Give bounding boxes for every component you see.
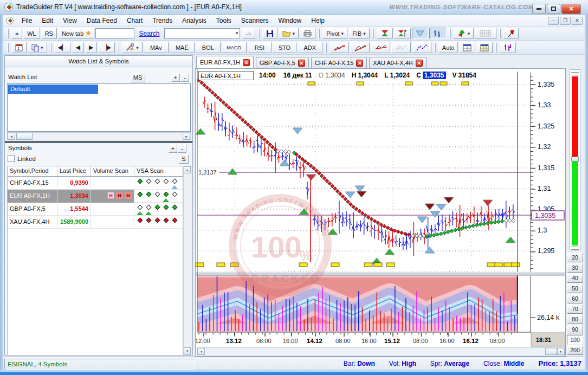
menu-window[interactable]: Window [274, 16, 307, 25]
copy-chart-button[interactable]: ▾ [28, 42, 47, 53]
price-chart[interactable]: 1,3351,331,3251,321,3151,311,3051,31,295… [196, 69, 565, 356]
tab-eur[interactable]: EUR A0-FX,1H✕ [196, 56, 254, 68]
nav-next-button[interactable]: ▶ [85, 42, 97, 53]
zoom-90-button[interactable]: 90 [567, 325, 583, 334]
zigzag-button[interactable] [412, 42, 431, 53]
wl-button[interactable]: WL [23, 28, 40, 39]
print-button[interactable] [300, 28, 315, 39]
chart-hscrollbar[interactable]: ◂ ▸ [197, 347, 565, 355]
sto-button[interactable]: STO [273, 42, 296, 53]
scroll-right-icon[interactable]: ▸ [183, 133, 190, 140]
panel-splitter[interactable] [5, 141, 192, 143]
scroll-up-icon[interactable]: ▴ [184, 166, 191, 173]
minimize-button[interactable] [532, 4, 546, 14]
zoom-30-button[interactable]: 30 [567, 263, 583, 273]
toolbar-grip[interactable] [499, 29, 501, 38]
maximize-button[interactable] [547, 4, 560, 14]
scroll-left-icon[interactable]: ◂ [197, 348, 205, 355]
macd-button[interactable]: MACD [222, 42, 247, 53]
symbol-remove-button[interactable]: - [178, 144, 186, 153]
watchlist-add-button[interactable]: + [171, 73, 180, 82]
menu-tools[interactable]: Tools [211, 16, 236, 25]
table-data-button[interactable] [476, 42, 493, 53]
watchlist-remove-button[interactable]: - [180, 73, 189, 82]
menu-scanners[interactable]: Scanners [236, 16, 274, 25]
symbols-vscrollbar[interactable]: ▴ ▾ [183, 166, 191, 355]
table-view-button[interactable] [459, 42, 475, 53]
pivot-button[interactable]: Pivot▾ [322, 28, 347, 39]
zoom-50-button[interactable]: 50 [567, 283, 583, 293]
table-row[interactable]: CHF A0-FX,15 0,9390 [8, 177, 183, 190]
chart-symbol-box[interactable] [198, 71, 254, 80]
slider-grip[interactable] [571, 72, 579, 75]
app-menu-icon[interactable] [6, 17, 14, 24]
fib-button[interactable]: FIB▾ [348, 28, 370, 39]
vsa-bars-button[interactable] [500, 42, 516, 53]
mdi-close-button[interactable]: ✕ [572, 17, 583, 25]
chart-area[interactable]: 1,3351,331,3251,321,3151,311,3051,31,295… [195, 68, 566, 357]
toolbar-grip[interactable] [449, 29, 451, 38]
search-combobox[interactable]: ▾ [164, 28, 240, 38]
menu-help[interactable]: Help [306, 16, 329, 25]
mdi-minimize-button[interactable]: — [548, 17, 559, 25]
linked-checkbox[interactable] [8, 155, 15, 162]
table-row[interactable]: XAU A0-FX,4H 1589,9000 [8, 216, 183, 229]
scroll-left-icon[interactable]: ◂ [8, 133, 15, 140]
scan-tools-button[interactable]: ▾ [122, 42, 143, 53]
tab-close-icon[interactable]: ✕ [298, 60, 305, 67]
tab-close-icon[interactable]: ✕ [243, 59, 250, 66]
pin-button[interactable] [503, 28, 519, 39]
menu-edit[interactable]: Edit [37, 16, 58, 25]
title-bar[interactable]: TradeGuider RT V4 [ www.traiding-softwar… [0, 0, 588, 15]
toolbar-grip[interactable] [372, 29, 374, 38]
close-button[interactable]: ✕ [561, 4, 581, 14]
zoom-60-button[interactable]: 60 [567, 294, 583, 303]
scrollbar-thumb[interactable] [545, 348, 557, 355]
zoom-100-button[interactable]: 100 [567, 335, 583, 345]
toolbar-grip[interactable] [7, 43, 9, 53]
scroll-right-icon[interactable]: ▸ [557, 348, 565, 355]
toolbar-grip[interactable] [258, 29, 260, 38]
save-button[interactable] [262, 28, 277, 39]
menu-view[interactable]: View [58, 16, 82, 25]
zoom-200-button[interactable]: 200 [567, 345, 583, 355]
grid-compare-button[interactable] [475, 28, 496, 39]
trend-up-button[interactable] [329, 42, 349, 53]
zoom-20-button[interactable]: 20 [567, 253, 583, 262]
rs-button[interactable]: RS [41, 28, 57, 39]
table-row-selected[interactable]: EUR A0-FX,1H 1,3034 HHH [8, 190, 183, 203]
watch-list-item-default[interactable]: Default [8, 85, 98, 94]
zoom-80-button[interactable]: 80 [567, 314, 583, 324]
toolbar-grip[interactable] [325, 43, 327, 53]
mdi-restore-button[interactable]: ❐ [560, 17, 571, 25]
toolbar-grip[interactable] [118, 43, 119, 53]
zoom-40-button[interactable]: 40 [567, 273, 583, 283]
mav-button[interactable]: MAv [144, 42, 169, 53]
watchlist-hscrollbar[interactable]: ◂ ▸ [7, 132, 191, 140]
trend-flat-button[interactable] [371, 42, 390, 53]
symbol-add-button[interactable]: + [169, 144, 177, 153]
diamond-marker-button[interactable]: ▾ [454, 28, 474, 39]
menu-chart[interactable]: Chart [122, 16, 147, 25]
search-link[interactable]: Search [139, 30, 159, 37]
col-vsa-scan[interactable]: VSA Scan [134, 166, 183, 176]
collapse-button[interactable]: « [11, 28, 22, 39]
panel-header[interactable]: Watch List & Symbols [5, 56, 192, 67]
scrollbar-thumb[interactable] [16, 133, 33, 140]
slider-thumb[interactable] [571, 157, 579, 161]
mae-button[interactable]: MAE [170, 42, 195, 53]
toolbar-grip[interactable] [318, 29, 320, 38]
bars-display-button[interactable] [429, 28, 447, 39]
open-button[interactable]: ▾ [279, 28, 299, 39]
menu-file[interactable]: File [17, 16, 37, 25]
tab-gbp[interactable]: GBP A0-FX,5✕ [256, 57, 309, 68]
adx-button[interactable]: ADX [298, 42, 322, 53]
toolbar-grip[interactable] [7, 29, 9, 38]
col-volume-scan[interactable]: Volume Scan [91, 166, 134, 176]
go-button[interactable]: -> [242, 28, 255, 39]
signals-flag-button[interactable] [394, 28, 411, 39]
tab-close-icon[interactable]: ✕ [416, 60, 423, 67]
new-tab-button[interactable]: New tab✱ [58, 28, 95, 39]
watch-list-box[interactable]: Default [7, 83, 191, 132]
toolbar-grip[interactable] [434, 43, 436, 53]
